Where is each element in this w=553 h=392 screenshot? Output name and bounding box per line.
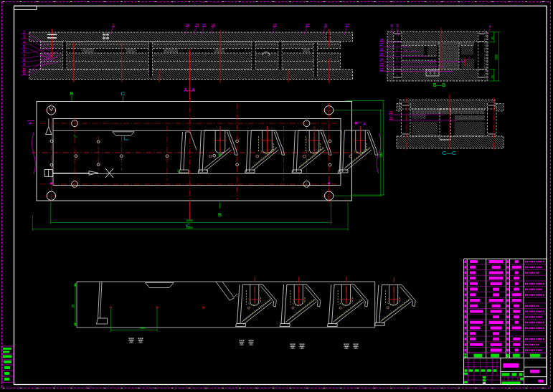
svg-text:308: 308 <box>495 54 498 60</box>
svg-text:A: A <box>363 122 366 126</box>
svg-text:23: 23 <box>195 24 199 27</box>
svg-text:B—B: B—B <box>433 82 446 88</box>
svg-text:B: B <box>70 90 73 97</box>
svg-text:14: 14 <box>211 24 215 27</box>
svg-text:15: 15 <box>202 24 207 27</box>
svg-text:B: B <box>218 211 222 218</box>
svg-text:15: 15 <box>379 53 384 57</box>
svg-text:13: 13 <box>273 24 277 27</box>
svg-text:17: 17 <box>346 24 350 27</box>
svg-text:21: 21 <box>389 111 393 115</box>
svg-text:11: 11 <box>22 72 26 75</box>
svg-text:A: A <box>29 121 32 125</box>
svg-text:24: 24 <box>186 24 190 27</box>
svg-text:380: 380 <box>379 152 383 158</box>
svg-text:14: 14 <box>379 58 384 62</box>
svg-text:90: 90 <box>71 304 75 307</box>
svg-text:12: 12 <box>379 68 384 72</box>
svg-text:C: C <box>121 90 126 97</box>
svg-text:20: 20 <box>306 24 310 27</box>
svg-text:40: 40 <box>491 75 494 78</box>
svg-text:22: 22 <box>389 117 393 120</box>
svg-text:A—A: A—A <box>184 87 195 92</box>
svg-text:16: 16 <box>379 48 384 52</box>
svg-text:13: 13 <box>379 63 384 67</box>
svg-text:40: 40 <box>491 36 494 39</box>
svg-text:18: 18 <box>379 39 384 42</box>
svg-text:C—C: C—C <box>442 150 456 156</box>
svg-text:17: 17 <box>379 43 384 47</box>
svg-text:1008: 1008 <box>186 219 193 222</box>
svg-text:1408: 1408 <box>186 226 193 229</box>
svg-text:680: 680 <box>141 326 146 330</box>
